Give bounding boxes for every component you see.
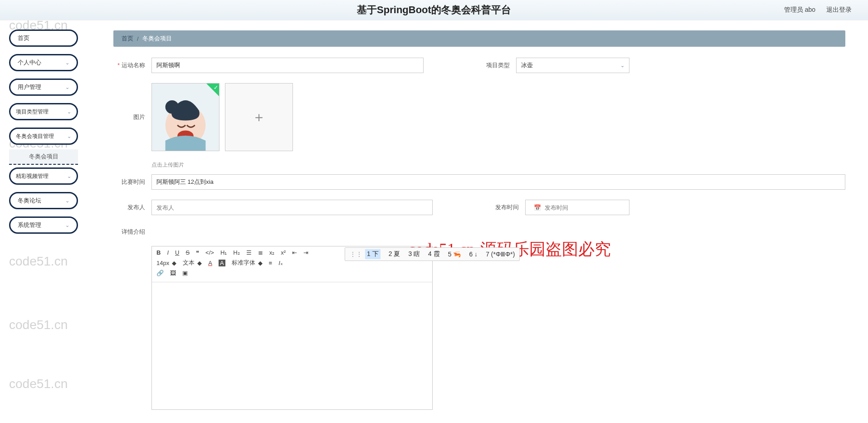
sidebar-item-system[interactable]: 系统管理⌄ xyxy=(9,216,78,234)
sidebar-item-label: 首页 xyxy=(18,34,29,42)
strike-icon[interactable]: S xyxy=(185,249,190,256)
sidebar-item-label: 个人中心 xyxy=(18,59,41,67)
dropdown-icon: ◆ xyxy=(197,260,202,266)
sidebar-item-videos[interactable]: 精彩视频管理⌄ xyxy=(9,167,78,185)
video-icon[interactable]: ▣ xyxy=(182,270,188,276)
chevron-down-icon: ⌄ xyxy=(67,109,71,115)
chevron-down-icon: ⌄ xyxy=(620,63,624,69)
dropdown-icon: ◆ xyxy=(258,260,263,266)
content-area: 首页 / 冬奥会项目 运动名称 项目类型 冰壶 ⌄ 图片 xyxy=(91,20,868,423)
chevron-down-icon: ⌄ xyxy=(65,222,69,228)
sidebar-item-label: 精彩视频管理 xyxy=(16,172,49,180)
publisher-input[interactable] xyxy=(151,200,433,215)
plus-icon: ＋ xyxy=(252,108,266,127)
svg-point-2 xyxy=(166,100,179,114)
ime-candidate[interactable]: 5 🦐 xyxy=(448,251,461,258)
ime-candidate[interactable]: 7 (*ΦⅢΦ*) xyxy=(486,251,515,258)
sidebar: 首页 个人中心⌄ 用户管理⌄ 项目类型管理⌄ 冬奥会项目管理⌄ 冬奥会项目 精彩… xyxy=(0,20,91,423)
sidebar-item-project-manage[interactable]: 冬奥会项目管理⌄ xyxy=(9,128,78,145)
sidebar-item-label: 系统管理 xyxy=(18,221,41,229)
chevron-down-icon: ⌄ xyxy=(67,173,71,179)
sport-name-input[interactable] xyxy=(151,58,424,73)
match-time-input[interactable] xyxy=(151,174,845,190)
sidebar-item-label: 用户管理 xyxy=(18,83,41,91)
calendar-icon: 📅 xyxy=(533,204,542,211)
ordered-list-icon[interactable]: ☰ xyxy=(246,249,252,256)
quote-icon[interactable]: ❝ xyxy=(196,249,199,256)
breadcrumb-separator: / xyxy=(137,35,139,42)
chevron-down-icon: ⌄ xyxy=(65,60,69,66)
sidebar-item-forum[interactable]: 冬奥论坛⌄ xyxy=(9,192,78,209)
sidebar-item-label: 冬奥会项目 xyxy=(29,152,59,161)
pub-time-label: 发布时间 xyxy=(487,203,519,212)
text-color-icon[interactable]: A xyxy=(208,260,212,266)
ime-candidate[interactable]: 6 ↓ xyxy=(469,251,478,258)
bg-color-icon[interactable]: A xyxy=(219,260,225,266)
outdent-icon[interactable]: ⇤ xyxy=(292,249,297,256)
indent-icon[interactable]: ⇥ xyxy=(303,249,308,256)
superscript-icon[interactable]: x² xyxy=(281,249,286,256)
page-title: 基于SpringBoot的冬奥会科普平台 xyxy=(357,3,511,17)
upload-success-icon xyxy=(206,84,219,96)
sidebar-item-users[interactable]: 用户管理⌄ xyxy=(9,79,78,96)
h2-icon[interactable]: H₂ xyxy=(233,249,239,256)
upload-hint: 点击上传图片 xyxy=(151,161,845,169)
header: 基于SpringBoot的冬奥会科普平台 管理员 abo 退出登录 xyxy=(0,0,868,20)
link-icon[interactable]: 🔗 xyxy=(156,270,164,276)
ime-candidate[interactable]: 1 下 xyxy=(365,249,380,259)
sport-name-label: 运动名称 xyxy=(113,61,145,69)
italic-icon[interactable]: I xyxy=(167,249,169,256)
sidebar-item-type-manage[interactable]: 项目类型管理⌄ xyxy=(9,103,78,120)
dropdown-icon: ◆ xyxy=(172,260,176,266)
sidebar-item-home[interactable]: 首页 xyxy=(9,30,78,47)
breadcrumb-home[interactable]: 首页 xyxy=(122,34,133,43)
pic-label: 图片 xyxy=(113,113,145,121)
unordered-list-icon[interactable]: ≣ xyxy=(258,249,263,256)
chevron-down-icon: ⌄ xyxy=(65,198,69,204)
drag-handle-icon[interactable]: ⋮⋮ xyxy=(350,251,357,258)
upload-image-button[interactable]: ＋ xyxy=(225,83,293,151)
h1-icon[interactable]: H₁ xyxy=(220,249,227,256)
clear-format-icon[interactable]: Iₓ xyxy=(278,260,283,266)
type-select[interactable]: 冰壶 ⌄ xyxy=(516,58,629,73)
sidebar-item-profile[interactable]: 个人中心⌄ xyxy=(9,54,78,71)
paragraph-select[interactable]: 文本 ◆ xyxy=(183,259,202,267)
type-label: 项目类型 xyxy=(478,61,510,69)
fontsize-select[interactable]: 14px ◆ xyxy=(156,260,176,266)
code-icon[interactable]: </> xyxy=(205,249,214,256)
image-icon[interactable]: 🖼 xyxy=(170,270,176,276)
subscript-icon[interactable]: x₂ xyxy=(269,249,275,256)
sidebar-item-label: 冬奥论坛 xyxy=(18,197,41,205)
bold-icon[interactable]: B xyxy=(156,249,161,256)
sidebar-item-label: 冬奥会项目管理 xyxy=(16,133,54,140)
sidebar-subitem-project[interactable]: 冬奥会项目 xyxy=(9,149,78,165)
ime-candidate-bar[interactable]: ⋮⋮ 1 下 2 夏 3 瞎 4 霞 5 🦐 6 ↓ 7 (*ΦⅢΦ*) xyxy=(345,247,520,261)
breadcrumb: 首页 / 冬奥会项目 xyxy=(113,30,845,47)
detail-label: 详情介绍 xyxy=(113,228,145,236)
fontfamily-select[interactable]: 标准字体 ◆ xyxy=(232,259,263,267)
underline-icon[interactable]: U xyxy=(175,249,179,256)
rich-text-editor: B I U S ❝ </> H₁ H₂ ☰ ≣ x₂ x² ⇤ ⇥ xyxy=(151,246,433,410)
align-icon[interactable]: ≡ xyxy=(269,260,273,266)
type-selected-value: 冰壶 xyxy=(521,61,533,69)
match-time-label: 比赛时间 xyxy=(113,178,145,186)
sidebar-item-label: 项目类型管理 xyxy=(16,108,49,116)
uploaded-image-thumb[interactable] xyxy=(151,83,219,151)
ime-candidate[interactable]: 4 霞 xyxy=(428,250,440,258)
chevron-down-icon: ⌄ xyxy=(65,84,69,90)
pub-time-input[interactable] xyxy=(542,204,624,211)
editor-body[interactable] xyxy=(152,282,432,409)
user-label[interactable]: 管理员 abo xyxy=(784,6,815,14)
breadcrumb-current: 冬奥会项目 xyxy=(142,34,172,43)
publisher-label: 发布人 xyxy=(113,203,145,212)
chevron-down-icon: ⌄ xyxy=(67,133,71,139)
ime-candidate[interactable]: 3 瞎 xyxy=(408,250,420,258)
logout-link[interactable]: 退出登录 xyxy=(826,6,852,14)
ime-candidate[interactable]: 2 夏 xyxy=(389,250,400,258)
